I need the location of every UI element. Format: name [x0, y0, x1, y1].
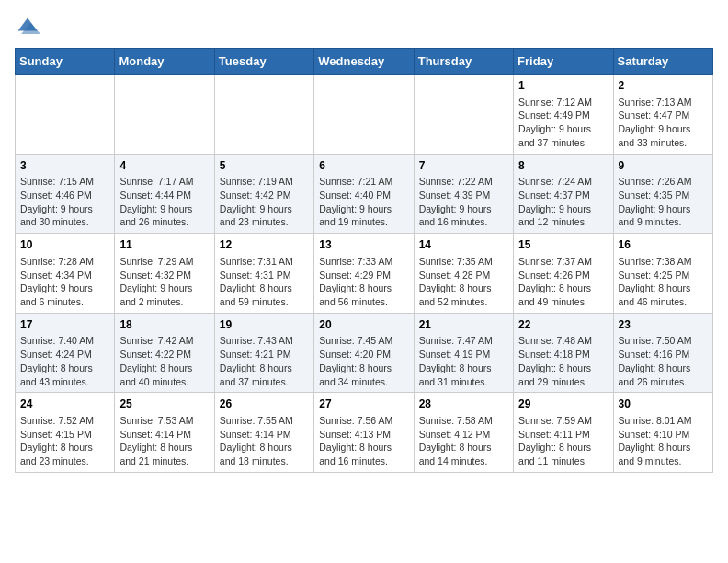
day-number: 13: [319, 237, 408, 253]
day-number: 29: [518, 396, 608, 412]
day-number: 19: [220, 317, 309, 333]
day-number: 28: [419, 396, 508, 412]
day-info: Sunrise: 7:55 AM Sunset: 4:14 PM Dayligh…: [220, 415, 293, 466]
day-info: Sunrise: 7:28 AM Sunset: 4:34 PM Dayligh…: [20, 256, 94, 307]
weekday-saturday: Saturday: [613, 49, 712, 75]
day-info: Sunrise: 7:13 AM Sunset: 4:47 PM Dayligh…: [619, 97, 692, 148]
day-info: Sunrise: 7:17 AM Sunset: 4:44 PM Dayligh…: [119, 176, 193, 227]
day-number: 23: [619, 317, 708, 333]
day-cell: [115, 75, 214, 155]
day-info: Sunrise: 7:19 AM Sunset: 4:42 PM Dayligh…: [220, 176, 293, 227]
day-cell: 5Sunrise: 7:19 AM Sunset: 4:42 PM Daylig…: [214, 154, 313, 234]
day-cell: 19Sunrise: 7:43 AM Sunset: 4:21 PM Dayli…: [214, 313, 313, 393]
week-row-4: 17Sunrise: 7:40 AM Sunset: 4:24 PM Dayli…: [16, 313, 713, 393]
day-number: 24: [20, 396, 109, 412]
day-cell: [414, 75, 513, 155]
day-info: Sunrise: 7:42 AM Sunset: 4:22 PM Dayligh…: [119, 335, 193, 386]
day-info: Sunrise: 7:56 AM Sunset: 4:13 PM Dayligh…: [319, 415, 392, 466]
weekday-monday: Monday: [115, 49, 214, 75]
day-cell: 25Sunrise: 7:53 AM Sunset: 4:14 PM Dayli…: [115, 393, 214, 473]
day-info: Sunrise: 7:38 AM Sunset: 4:25 PM Dayligh…: [619, 256, 692, 307]
day-cell: 15Sunrise: 7:37 AM Sunset: 4:26 PM Dayli…: [514, 234, 613, 314]
day-cell: 12Sunrise: 7:31 AM Sunset: 4:31 PM Dayli…: [214, 234, 313, 314]
logo: [15, 15, 44, 40]
day-number: 10: [20, 237, 109, 253]
weekday-friday: Friday: [514, 49, 613, 75]
day-number: 20: [319, 317, 408, 333]
day-info: Sunrise: 8:01 AM Sunset: 4:10 PM Dayligh…: [619, 415, 692, 466]
week-row-2: 3Sunrise: 7:15 AM Sunset: 4:46 PM Daylig…: [16, 154, 713, 234]
day-number: 5: [220, 158, 309, 174]
week-row-3: 10Sunrise: 7:28 AM Sunset: 4:34 PM Dayli…: [16, 234, 713, 314]
logo-icon: [15, 15, 40, 40]
day-info: Sunrise: 7:47 AM Sunset: 4:19 PM Dayligh…: [419, 335, 493, 386]
day-cell: 11Sunrise: 7:29 AM Sunset: 4:32 PM Dayli…: [115, 234, 214, 314]
day-number: 17: [20, 317, 109, 333]
day-info: Sunrise: 7:24 AM Sunset: 4:37 PM Dayligh…: [518, 176, 592, 227]
day-cell: 20Sunrise: 7:45 AM Sunset: 4:20 PM Dayli…: [314, 313, 414, 393]
day-number: 3: [20, 158, 109, 174]
day-cell: 10Sunrise: 7:28 AM Sunset: 4:34 PM Dayli…: [16, 234, 115, 314]
day-number: 2: [619, 78, 708, 94]
day-number: 15: [518, 237, 608, 253]
day-cell: 7Sunrise: 7:22 AM Sunset: 4:39 PM Daylig…: [414, 154, 513, 234]
day-number: 22: [518, 317, 608, 333]
day-info: Sunrise: 7:29 AM Sunset: 4:32 PM Dayligh…: [119, 256, 193, 307]
calendar-table: SundayMondayTuesdayWednesdayThursdayFrid…: [15, 48, 713, 473]
day-info: Sunrise: 7:48 AM Sunset: 4:18 PM Dayligh…: [518, 335, 592, 386]
day-cell: 24Sunrise: 7:52 AM Sunset: 4:15 PM Dayli…: [16, 393, 115, 473]
day-cell: 13Sunrise: 7:33 AM Sunset: 4:29 PM Dayli…: [314, 234, 414, 314]
day-number: 6: [319, 158, 408, 174]
day-cell: 1Sunrise: 7:12 AM Sunset: 4:49 PM Daylig…: [514, 75, 613, 155]
day-number: 18: [119, 317, 209, 333]
day-info: Sunrise: 7:35 AM Sunset: 4:28 PM Dayligh…: [419, 256, 493, 307]
day-info: Sunrise: 7:33 AM Sunset: 4:29 PM Dayligh…: [319, 256, 392, 307]
page-header: [15, 15, 713, 40]
day-cell: [214, 75, 313, 155]
weekday-thursday: Thursday: [414, 49, 513, 75]
day-info: Sunrise: 7:21 AM Sunset: 4:40 PM Dayligh…: [319, 176, 392, 227]
day-cell: 17Sunrise: 7:40 AM Sunset: 4:24 PM Dayli…: [16, 313, 115, 393]
day-info: Sunrise: 7:59 AM Sunset: 4:11 PM Dayligh…: [518, 415, 592, 466]
day-info: Sunrise: 7:22 AM Sunset: 4:39 PM Dayligh…: [419, 176, 493, 227]
day-cell: 9Sunrise: 7:26 AM Sunset: 4:35 PM Daylig…: [613, 154, 712, 234]
day-cell: 28Sunrise: 7:58 AM Sunset: 4:12 PM Dayli…: [414, 393, 513, 473]
day-number: 9: [619, 158, 708, 174]
day-number: 14: [419, 237, 508, 253]
day-cell: [314, 75, 414, 155]
day-number: 25: [119, 396, 209, 412]
day-cell: 27Sunrise: 7:56 AM Sunset: 4:13 PM Dayli…: [314, 393, 414, 473]
day-number: 21: [419, 317, 508, 333]
week-row-1: 1Sunrise: 7:12 AM Sunset: 4:49 PM Daylig…: [16, 75, 713, 155]
day-info: Sunrise: 7:53 AM Sunset: 4:14 PM Dayligh…: [119, 415, 193, 466]
weekday-tuesday: Tuesday: [214, 49, 313, 75]
day-cell: 22Sunrise: 7:48 AM Sunset: 4:18 PM Dayli…: [514, 313, 613, 393]
day-cell: 3Sunrise: 7:15 AM Sunset: 4:46 PM Daylig…: [16, 154, 115, 234]
day-number: 27: [319, 396, 408, 412]
day-cell: [16, 75, 115, 155]
day-info: Sunrise: 7:40 AM Sunset: 4:24 PM Dayligh…: [20, 335, 94, 386]
day-cell: 21Sunrise: 7:47 AM Sunset: 4:19 PM Dayli…: [414, 313, 513, 393]
week-row-5: 24Sunrise: 7:52 AM Sunset: 4:15 PM Dayli…: [16, 393, 713, 473]
day-cell: 18Sunrise: 7:42 AM Sunset: 4:22 PM Dayli…: [115, 313, 214, 393]
day-number: 11: [119, 237, 209, 253]
day-info: Sunrise: 7:31 AM Sunset: 4:31 PM Dayligh…: [220, 256, 293, 307]
day-cell: 30Sunrise: 8:01 AM Sunset: 4:10 PM Dayli…: [613, 393, 712, 473]
day-number: 1: [518, 78, 608, 94]
day-cell: 26Sunrise: 7:55 AM Sunset: 4:14 PM Dayli…: [214, 393, 313, 473]
day-info: Sunrise: 7:45 AM Sunset: 4:20 PM Dayligh…: [319, 335, 392, 386]
day-cell: 14Sunrise: 7:35 AM Sunset: 4:28 PM Dayli…: [414, 234, 513, 314]
day-info: Sunrise: 7:43 AM Sunset: 4:21 PM Dayligh…: [220, 335, 293, 386]
day-number: 8: [518, 158, 608, 174]
day-cell: 23Sunrise: 7:50 AM Sunset: 4:16 PM Dayli…: [613, 313, 712, 393]
day-number: 7: [419, 158, 508, 174]
day-number: 16: [619, 237, 708, 253]
day-cell: 2Sunrise: 7:13 AM Sunset: 4:47 PM Daylig…: [613, 75, 712, 155]
day-number: 4: [119, 158, 209, 174]
day-info: Sunrise: 7:58 AM Sunset: 4:12 PM Dayligh…: [419, 415, 493, 466]
day-cell: 29Sunrise: 7:59 AM Sunset: 4:11 PM Dayli…: [514, 393, 613, 473]
weekday-header-row: SundayMondayTuesdayWednesdayThursdayFrid…: [16, 49, 713, 75]
day-number: 12: [220, 237, 309, 253]
weekday-wednesday: Wednesday: [314, 49, 414, 75]
day-cell: 6Sunrise: 7:21 AM Sunset: 4:40 PM Daylig…: [314, 154, 414, 234]
